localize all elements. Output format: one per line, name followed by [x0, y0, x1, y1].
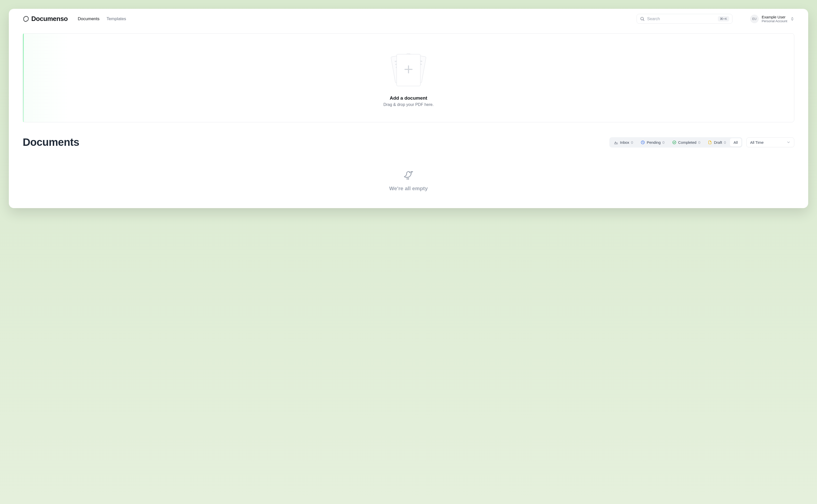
- tab-count: 0: [631, 140, 633, 145]
- nav-templates[interactable]: Templates: [106, 16, 126, 21]
- dropzone-title: Add a document: [28, 95, 789, 101]
- logo-text: Documenso: [31, 15, 68, 23]
- svg-point-16: [410, 172, 410, 173]
- account-text: Example User Personal Account: [762, 15, 787, 23]
- account-sub: Personal Account: [762, 19, 787, 23]
- tab-completed[interactable]: Completed 0: [669, 138, 704, 147]
- logo-icon: [23, 16, 29, 22]
- tab-draft[interactable]: Draft 0: [704, 138, 729, 147]
- content: Add a document Drag & drop your PDF here…: [9, 26, 808, 191]
- tab-all[interactable]: All: [730, 138, 741, 147]
- clock-icon: [641, 140, 645, 145]
- logo[interactable]: Documenso: [23, 15, 68, 23]
- svg-line-1: [643, 20, 644, 21]
- tab-count: 0: [698, 140, 700, 145]
- check-circle-icon: [672, 140, 676, 145]
- bird-icon: [23, 170, 794, 181]
- search-bar[interactable]: ⌘+K: [637, 14, 732, 24]
- main-nav: Documents Templates: [78, 16, 126, 21]
- tab-label: All: [733, 140, 738, 145]
- dropzone-subtitle: Drag & drop your PDF here.: [28, 102, 789, 107]
- empty-state: We're all empty: [23, 156, 794, 191]
- upload-dropzone[interactable]: Add a document Drag & drop your PDF here…: [23, 33, 794, 122]
- tab-label: Pending: [647, 140, 661, 145]
- tab-pending[interactable]: Pending 0: [637, 138, 668, 147]
- page-title: Documents: [23, 136, 79, 148]
- chevron-down-icon: [786, 140, 791, 144]
- search-icon: [640, 16, 645, 21]
- tab-inbox[interactable]: Inbox 0: [610, 138, 637, 147]
- file-icon: [708, 140, 712, 145]
- app-window: Documenso Documents Templates ⌘+K EU Exa…: [9, 9, 808, 208]
- empty-title: We're all empty: [23, 185, 794, 191]
- dropzone-illustration-icon: [28, 51, 789, 89]
- tab-label: Draft: [714, 140, 722, 145]
- search-input[interactable]: [647, 17, 715, 21]
- chevron-up-down-icon: [790, 17, 794, 21]
- tab-count: 0: [662, 140, 664, 145]
- svg-point-15: [673, 141, 676, 144]
- avatar: EU: [750, 15, 759, 23]
- tab-label: Inbox: [620, 140, 629, 145]
- tab-label: Completed: [678, 140, 697, 145]
- heading-row: Documents Inbox 0: [23, 136, 794, 148]
- header: Documenso Documents Templates ⌘+K EU Exa…: [9, 9, 808, 26]
- filters-group: Inbox 0 Pending 0: [609, 137, 794, 148]
- tab-count: 0: [724, 140, 726, 145]
- account-menu[interactable]: EU Example User Personal Account: [750, 15, 794, 23]
- time-filter-label: All Time: [750, 140, 764, 145]
- nav-documents[interactable]: Documents: [78, 16, 99, 21]
- search-shortcut: ⌘+K: [718, 16, 729, 21]
- signature-icon: [614, 140, 618, 145]
- account-name: Example User: [762, 15, 787, 19]
- time-filter-select[interactable]: All Time: [746, 137, 794, 147]
- status-tabs: Inbox 0 Pending 0: [609, 137, 742, 148]
